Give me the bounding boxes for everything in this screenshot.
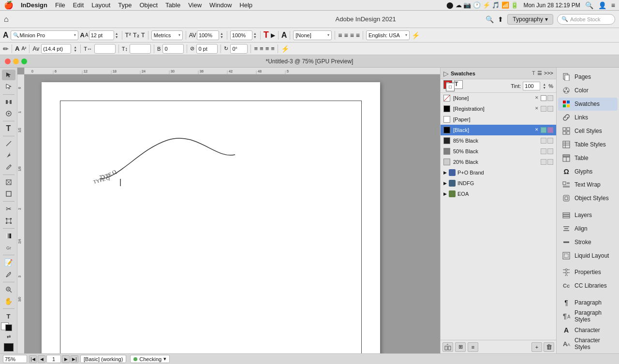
workspace-selector[interactable]: Typography ▾ [507, 14, 553, 25]
swatch-paper[interactable]: [Paper] [441, 114, 556, 125]
close-button[interactable] [5, 58, 11, 64]
panel-more-icon[interactable]: >>> [544, 70, 553, 76]
maximize-button[interactable] [21, 58, 27, 64]
panel-menu-icon[interactable]: ☰ [537, 70, 542, 76]
type-menu[interactable]: Type [115, 0, 135, 11]
share-icon[interactable]: ⬆ [498, 15, 503, 23]
rp-layers[interactable]: Layers [558, 209, 618, 222]
tint-stepper[interactable]: ▲ ▼ [542, 83, 546, 89]
language-dropdown[interactable]: English: USA ▾ [366, 30, 410, 40]
rp-pages[interactable]: Pages [558, 71, 618, 84]
color-group-indfg[interactable]: ▶ INDFG [441, 178, 556, 189]
color-picker-arrow[interactable]: ▶ [271, 32, 275, 39]
help-menu[interactable]: Help [236, 0, 256, 11]
font-size-input[interactable]: 12 pt [89, 30, 114, 40]
fill-dropdown[interactable]: [None] ▾ [293, 30, 332, 40]
page-number-field[interactable]: 1 [46, 355, 61, 363]
quick-apply2-icon[interactable]: ⚡ [281, 45, 289, 53]
align-right-icon[interactable]: ≡ [350, 31, 354, 39]
v-scale-input[interactable] [130, 44, 151, 54]
rp-glyphs[interactable]: Ω Glyphs [558, 165, 618, 178]
rp-table-styles[interactable]: Table Styles [558, 138, 618, 151]
subscript-icon[interactable]: T₂ [133, 31, 139, 39]
kerning-down[interactable]: ▼ [73, 49, 77, 52]
zoom-tool[interactable] [2, 284, 15, 295]
superscript-icon[interactable]: T² [125, 31, 131, 39]
kerning-input[interactable]: (14.4 pt) [41, 44, 71, 54]
swap-colors-icon[interactable]: ⇄ [2, 331, 15, 342]
kerning-stepper[interactable]: ▲ ▼ [73, 45, 77, 52]
gradient-feather-tool[interactable]: Gr [2, 242, 15, 253]
new-swatch-button[interactable]: + [531, 342, 542, 352]
swatch-reg-x[interactable]: ✕ [534, 106, 540, 112]
font-size-up[interactable]: ▲ [115, 32, 119, 35]
note-tool[interactable]: 📝 [2, 257, 15, 268]
rp-liquid-layout[interactable]: Liquid Layout [558, 249, 618, 262]
font-size-down[interactable]: ▼ [115, 35, 119, 39]
gradient-tool[interactable] [2, 231, 15, 241]
h-scale-input[interactable] [94, 44, 116, 54]
swatch-registration[interactable]: [Registration] ✕ [441, 103, 556, 114]
rp-cc-libraries[interactable]: Cc CC Libraries [558, 279, 618, 292]
leading-input[interactable]: 100% [230, 30, 252, 40]
swatch-none[interactable]: [None] ✕ [441, 93, 556, 103]
align-center-icon[interactable]: ≡ [344, 31, 348, 39]
rect-tool[interactable] [2, 189, 15, 199]
swatch-20black[interactable]: 20% Black [441, 157, 556, 167]
delete-swatch-button[interactable]: 🗑 [544, 342, 554, 352]
metrics-dropdown[interactable]: Metrics ▾ [151, 30, 183, 40]
layout-menu[interactable]: Layout [88, 0, 114, 11]
selection-tool[interactable] [2, 70, 15, 80]
baseline-input[interactable]: 0 [162, 44, 184, 54]
swatch-black-x[interactable]: ✕ [534, 127, 540, 133]
show-swatch-types-button[interactable]: ⊞ [455, 342, 466, 352]
align-left-icon[interactable]: ≡ [338, 31, 342, 39]
text-fill-icon[interactable]: T [454, 80, 463, 89]
apple-menu[interactable]: 🍎 [4, 0, 14, 10]
rp-character[interactable]: A Character [558, 323, 618, 336]
small-caps-icon[interactable]: A [15, 45, 19, 52]
apply-color-button[interactable] [4, 343, 14, 351]
fill-stroke-selector[interactable]: T □ T [443, 80, 458, 92]
allcaps-icon[interactable]: T [141, 31, 145, 39]
rp-text-wrap[interactable]: Text Wrap [558, 178, 618, 191]
new-color-group-button[interactable]: + [442, 342, 453, 352]
leading-up[interactable]: ▲ [253, 32, 257, 35]
tracking-stepper[interactable]: ▲ ▼ [220, 32, 224, 39]
align2-left-icon[interactable]: ≡ [254, 45, 258, 52]
kerning-up[interactable]: ▲ [73, 45, 77, 49]
rp-table[interactable]: Table [558, 151, 618, 164]
table-menu[interactable]: Table [162, 0, 184, 11]
fill-color-box[interactable] [5, 324, 12, 331]
swatch-50black[interactable]: 50% Black [441, 146, 556, 157]
rp-object-styles[interactable]: Object Styles [558, 192, 618, 205]
hand-tool[interactable]: ✋ [2, 296, 15, 306]
object-menu[interactable]: Object [136, 0, 162, 11]
direct-selection-tool[interactable] [2, 81, 15, 92]
type-tool[interactable]: T [2, 123, 15, 134]
swatch-black[interactable]: [Black] ✕ [441, 125, 556, 135]
stock-search[interactable]: 🔍 Adobe Stock [557, 14, 615, 25]
content-collector-tool[interactable] [2, 108, 15, 119]
rp-properties[interactable]: Properties [558, 266, 618, 279]
zoom-display[interactable]: 75% [3, 355, 27, 363]
home-button[interactable]: ⌂ [4, 15, 9, 24]
menubar-control-icon[interactable]: ≡ [611, 1, 615, 9]
rotation-input[interactable]: 0° [230, 44, 248, 54]
document-page[interactable]: TYPE Q TYPE Q [42, 82, 380, 353]
font-size-stepper[interactable]: ▲ ▼ [115, 32, 119, 39]
swatch-85black[interactable]: 85% Black [441, 135, 556, 146]
rp-cell-styles[interactable]: Cell Styles [558, 125, 618, 138]
color-group-eoa[interactable]: ▶ EOA [441, 189, 556, 199]
font-search-dropdown[interactable]: 🔍 Minion Pro ▾ [11, 30, 78, 40]
quick-apply-icon[interactable]: ⚡ [412, 31, 420, 39]
text-color-button[interactable]: T [264, 30, 269, 40]
align2-justify-icon[interactable]: ≡ [271, 45, 275, 52]
superscript-sm-icon[interactable]: A² [21, 46, 26, 51]
pencil-tool[interactable] [2, 162, 15, 173]
curved-path[interactable] [100, 138, 235, 179]
menubar-user-icon[interactable]: 👤 [598, 1, 606, 9]
free-transform-tool[interactable] [2, 216, 15, 226]
edit-menu[interactable]: Edit [70, 0, 87, 11]
rect-frame-tool[interactable] [2, 177, 15, 188]
